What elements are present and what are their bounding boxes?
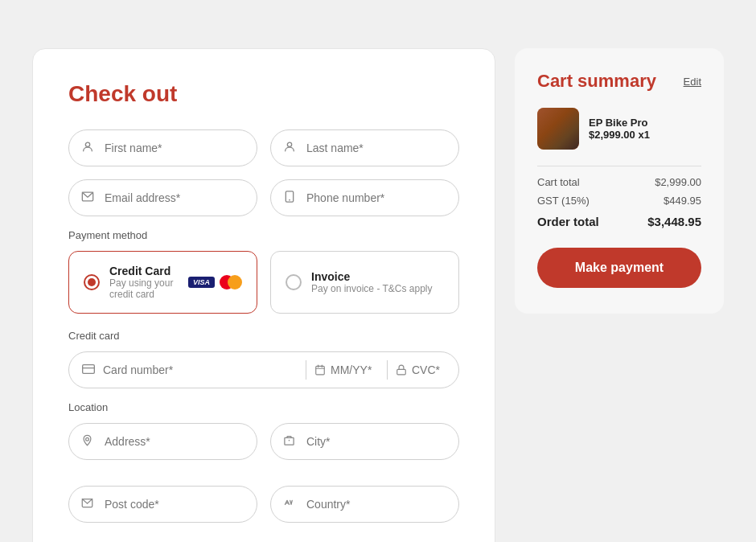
credit-card-label: Credit card — [68, 330, 459, 342]
product-price: $2,999.00 x1 — [589, 129, 701, 141]
order-total-label: Order total — [537, 215, 599, 228]
calendar-icon — [314, 364, 326, 376]
cart-total-label: Cart total — [537, 176, 580, 188]
cart-panel: Cart summary Edit EP Bike Pro $2,999.00 … — [515, 48, 724, 314]
address-city-row — [68, 423, 459, 460]
invoice-info: Invoice Pay on invoice - T&Cs apply — [311, 270, 444, 294]
postcode-wrapper — [68, 486, 257, 523]
cart-divider — [537, 166, 701, 166]
gst-row: GST (15%) $449.95 — [537, 195, 701, 207]
order-total-value: $3,448.95 — [647, 215, 701, 228]
address-wrapper — [68, 423, 257, 460]
product-row: EP Bike Pro $2,999.00 x1 — [537, 108, 701, 150]
cart-total-value: $2,999.00 — [655, 176, 701, 188]
invoice-radio — [286, 274, 302, 290]
first-name-input[interactable] — [68, 129, 257, 166]
product-info: EP Bike Pro $2,999.00 x1 — [589, 117, 701, 141]
credit-card-radio — [84, 274, 100, 290]
postcode-input[interactable] — [68, 486, 257, 523]
location-label: Location — [68, 401, 459, 413]
credit-card-info: Credit Card Pay using your credit card — [109, 265, 179, 300]
email-input[interactable] — [68, 179, 257, 216]
country-wrapper — [270, 486, 459, 523]
contact-fields-row — [68, 179, 459, 216]
product-thumbnail — [537, 108, 579, 150]
last-name-input[interactable] — [270, 129, 459, 166]
checkout-panel: Check out — [32, 48, 495, 542]
location-fields — [68, 423, 459, 536]
email-wrapper — [68, 179, 257, 216]
product-image — [537, 108, 579, 150]
card-number-wrapper — [68, 351, 459, 388]
first-name-wrapper — [68, 129, 257, 166]
mastercard-logo — [220, 275, 242, 289]
gst-label: GST (15%) — [537, 195, 590, 207]
country-input[interactable] — [270, 486, 459, 523]
cart-total-row: Cart total $2,999.00 — [537, 176, 701, 188]
edit-link[interactable]: Edit — [684, 76, 701, 88]
card-date-section — [306, 363, 387, 376]
svg-rect-7 — [316, 366, 325, 375]
lock-icon — [396, 364, 407, 376]
postcode-country-row — [68, 486, 459, 523]
last-name-wrapper — [270, 129, 459, 166]
svg-rect-11 — [397, 369, 406, 374]
checkout-title: Check out — [68, 81, 459, 107]
payment-methods-row: Credit Card Pay using your credit card V… — [68, 251, 459, 314]
card-logos: VISA — [188, 275, 242, 289]
order-total-row: Order total $3,448.95 — [537, 215, 701, 228]
product-name: EP Bike Pro — [589, 117, 701, 129]
card-inline — [68, 351, 459, 388]
invoice-option[interactable]: Invoice Pay on invoice - T&Cs apply — [270, 251, 459, 314]
phone-wrapper — [270, 179, 459, 216]
card-cvc-input[interactable] — [412, 363, 447, 376]
mc-circle-yellow — [228, 275, 242, 289]
payment-method-label: Payment method — [68, 229, 459, 241]
page-wrapper: Check out — [16, 16, 740, 542]
invoice-name: Invoice — [311, 270, 444, 283]
radio-dot — [88, 278, 96, 286]
make-payment-button[interactable]: Make payment — [537, 248, 701, 288]
name-fields-row — [68, 129, 459, 166]
credit-card-option[interactable]: Credit Card Pay using your credit card V… — [68, 251, 257, 314]
city-input[interactable] — [270, 423, 459, 460]
invoice-desc: Pay on invoice - T&Cs apply — [311, 283, 444, 294]
phone-input[interactable] — [270, 179, 459, 216]
svg-rect-5 — [83, 364, 95, 373]
gst-value: $449.95 — [664, 195, 701, 207]
address-input[interactable] — [68, 423, 257, 460]
card-icon — [69, 363, 95, 378]
credit-card-desc: Pay using your credit card — [109, 277, 179, 300]
card-date-input[interactable] — [331, 363, 379, 376]
cart-header: Cart summary Edit — [537, 71, 701, 92]
card-number-input[interactable] — [95, 352, 306, 388]
card-cvc-section — [388, 363, 458, 376]
credit-card-name: Credit Card — [109, 265, 179, 277]
city-wrapper — [270, 423, 459, 460]
card-fields-row — [68, 351, 459, 388]
visa-logo: VISA — [188, 277, 215, 288]
cart-title: Cart summary — [537, 71, 656, 92]
